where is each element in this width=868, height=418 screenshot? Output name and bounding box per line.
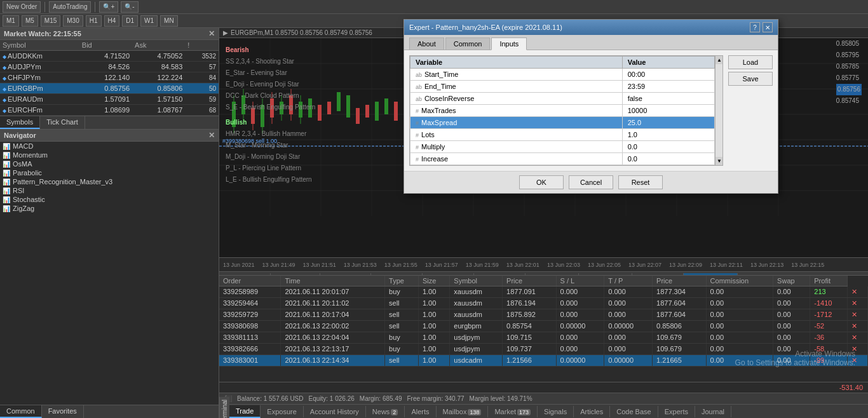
chart-tab[interactable]: EURUSDc,M1: [219, 273, 271, 275]
bottom-tab-experts[interactable]: Experts: [658, 406, 695, 417]
timeframe-d1[interactable]: D1: [122, 15, 138, 27]
order-close-btn[interactable]: ✕: [848, 354, 868, 366]
navigator-item[interactable]: 📊Parabolic: [0, 168, 219, 177]
timeframe-m1[interactable]: M1: [3, 15, 19, 27]
navigator-scroll[interactable]: 📊MACD📊Momentum📊OsMA📊Parabolic📊Pattern_Re…: [0, 142, 219, 405]
orders-table-wrapper[interactable]: OrderTimeTypeSizeSymbolPriceS / LT / PPr…: [219, 276, 868, 382]
bottom-tab-articles[interactable]: Articles: [574, 406, 610, 417]
bottom-tab-trade[interactable]: Trade: [229, 405, 261, 418]
order-close-btn[interactable]: ✕: [848, 332, 868, 343]
chart-tab[interactable]: USDCHFc,M1: [320, 273, 371, 275]
order-close-btn[interactable]: ✕: [848, 297, 868, 309]
navigator-item[interactable]: 📊Pattern_Recognition_Master_v3: [0, 177, 219, 186]
bottom-tab-exposure[interactable]: Exposure: [261, 406, 303, 417]
tab-tick-chart[interactable]: Tick Chart: [40, 116, 85, 129]
dialog-variable-row[interactable]: abStart_Time00:00: [410, 69, 715, 81]
bottom-tab-news[interactable]: News2: [366, 406, 405, 417]
expert-dialog[interactable]: Expert - Pattern_hany2sh-EA (expire 2021…: [403, 19, 778, 194]
market-watch-row[interactable]: ◆CHFJPYm 122.140 122.224 84: [0, 72, 219, 83]
table-row[interactable]: 3393826662021.06.13 22:13:17buy1.00usdjp…: [219, 343, 868, 354]
market-watch-row[interactable]: ◆EURCHFm 1.08699 1.08767 68: [0, 105, 219, 116]
timeframe-mn[interactable]: MN: [160, 15, 178, 27]
zoom-in-btn[interactable]: 🔍+: [99, 1, 118, 13]
bottom-tab-code-base[interactable]: Code Base: [610, 406, 658, 417]
table-row[interactable]: 3392597292021.06.11 20:17:04sell1.00xauu…: [219, 309, 868, 320]
chart-tab[interactable]: USDCADc,M1: [371, 273, 423, 275]
dialog-side-btn-save[interactable]: Save: [728, 72, 773, 86]
chart-tab[interactable]: AUDUSDc,M1: [474, 273, 526, 275]
navigator-item[interactable]: 📊OsMA: [0, 159, 219, 168]
market-watch-row[interactable]: ◆EURGBPm 0.85756 0.85806 50: [0, 83, 219, 94]
dialog-variable-row[interactable]: #MaxSpread25.0: [410, 117, 715, 129]
timeframe-h4[interactable]: H4: [104, 15, 120, 27]
market-watch-row[interactable]: ◆AUDJPYm 84.526 84.583 57: [0, 62, 219, 72]
timeframe-m30[interactable]: M30: [63, 15, 83, 27]
tab-favorites[interactable]: Favorites: [42, 405, 84, 418]
dialog-variable-value[interactable]: 25.0: [622, 117, 714, 129]
dialog-variable-row[interactable]: #Lots1.0: [410, 129, 715, 141]
order-close-btn[interactable]: ✕: [848, 343, 868, 354]
dialog-variable-value[interactable]: 00:00: [622, 69, 714, 81]
bottom-tab-market[interactable]: Market173: [488, 406, 538, 417]
chart-tab[interactable]: EURUSDm,M1: [526, 273, 579, 275]
navigator-item[interactable]: 📊Momentum: [0, 151, 219, 159]
dialog-variable-row[interactable]: abCloseInReversefalse: [410, 93, 715, 105]
chart-tab[interactable]: NZDUSDc,M1: [423, 273, 473, 275]
navigator-item[interactable]: 📊ZigZag: [0, 204, 219, 213]
order-close-btn[interactable]: ✕: [848, 320, 868, 332]
table-row[interactable]: 3392594642021.06.11 20:11:02sell1.00xauu…: [219, 297, 868, 309]
tab-symbols[interactable]: Symbols: [0, 116, 40, 129]
bottom-tab-account-history[interactable]: Account History: [304, 406, 366, 417]
chart-tab[interactable]: USDJPYm,M1: [632, 273, 684, 275]
tab-common[interactable]: Common: [0, 405, 42, 418]
timeframe-w1[interactable]: W1: [140, 15, 158, 27]
scroll-up-btn[interactable]: ▲: [715, 56, 722, 64]
dialog-footer-btn-cancel[interactable]: Cancel: [569, 175, 613, 189]
dialog-tab-about[interactable]: About: [409, 37, 444, 50]
table-row[interactable]: 3392589892021.06.11 20:01:07buy1.00xauus…: [219, 287, 868, 298]
dialog-tab-inputs[interactable]: Inputs: [491, 37, 527, 50]
market-watch-row[interactable]: ◆EURAUDm 1.57091 1.57150 59: [0, 94, 219, 105]
zoom-out-btn[interactable]: 🔍-: [121, 1, 138, 13]
table-row[interactable]: 3393806982021.06.13 22:00:02sell1.00eurg…: [219, 320, 868, 332]
bottom-tab-mailbox[interactable]: Mailbox138: [437, 406, 489, 417]
dialog-close-btn[interactable]: ✕: [763, 22, 773, 32]
dialog-footer-btn-reset[interactable]: Reset: [618, 175, 663, 189]
timeframe-m5[interactable]: M5: [22, 15, 38, 27]
dialog-footer-btn-ok[interactable]: OK: [519, 175, 564, 189]
dialog-scrollbar[interactable]: ▲ ▼: [715, 56, 722, 165]
table-row[interactable]: 3393830012021.06.13 22:14:34sell1.00usdc…: [219, 354, 868, 366]
order-close-btn[interactable]: ✕: [848, 309, 868, 320]
chart-tab[interactable]: USDCADm,M1: [579, 273, 632, 275]
market-watch-row[interactable]: ◆AUDDKKm 4.71520 4.75052 3532: [0, 51, 219, 62]
dialog-variable-value[interactable]: 1.0: [622, 129, 714, 141]
dialog-variable-value[interactable]: false: [622, 93, 714, 105]
dialog-variable-value[interactable]: 23:59: [622, 81, 714, 93]
dialog-variable-row[interactable]: #MaxTrades10000: [410, 105, 715, 117]
navigator-item[interactable]: 📊MACD: [0, 142, 219, 151]
dialog-variable-value[interactable]: 0.0: [622, 141, 714, 153]
dialog-variable-row[interactable]: abEnd_Time23:59: [410, 81, 715, 93]
bottom-tab-journal[interactable]: Journal: [695, 406, 731, 417]
timeframe-h1[interactable]: H1: [86, 15, 102, 27]
timeframe-m15[interactable]: M15: [41, 15, 60, 27]
navigator-close[interactable]: ✕: [208, 131, 215, 140]
order-close-btn[interactable]: ✕: [848, 287, 868, 298]
market-watch-close[interactable]: ✕: [208, 29, 215, 38]
dialog-variable-row[interactable]: #Increase0.0: [410, 153, 715, 165]
dialog-side-btn-load[interactable]: Load: [728, 55, 773, 69]
scroll-down-btn[interactable]: ▼: [715, 157, 722, 165]
navigator-item[interactable]: 📊RSI: [0, 186, 219, 195]
chart-tab[interactable]: USDJPYc,M1: [271, 273, 320, 275]
terminal-btn[interactable]: Terminal: [219, 397, 229, 418]
autotrading-btn[interactable]: AutoTrading: [49, 1, 91, 13]
bottom-tab-signals[interactable]: Signals: [538, 406, 574, 417]
dialog-help-btn[interactable]: ?: [750, 22, 760, 32]
navigator-item[interactable]: 📊Stochastic: [0, 195, 219, 204]
dialog-variable-value[interactable]: 0.0: [622, 153, 714, 165]
chart-tab[interactable]: EURGBPm,M1: [684, 273, 737, 275]
bottom-tab-alerts[interactable]: Alerts: [405, 406, 436, 417]
dialog-variable-row[interactable]: #Multiply0.0: [410, 141, 715, 153]
new-order-btn[interactable]: New Order: [3, 1, 41, 13]
dialog-tab-common[interactable]: Common: [445, 37, 491, 50]
